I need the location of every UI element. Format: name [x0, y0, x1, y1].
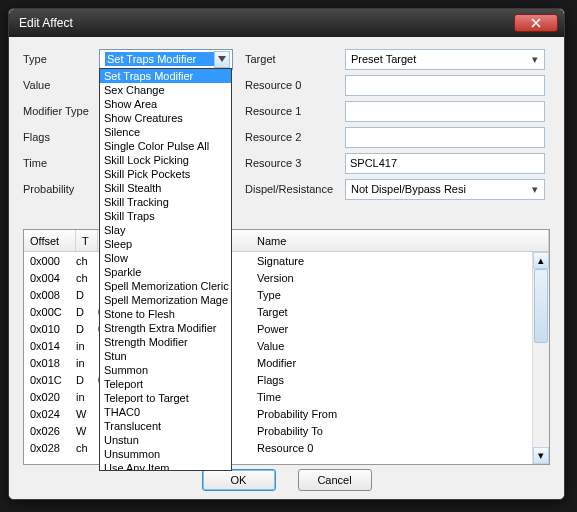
target-label: Target — [245, 53, 345, 65]
dropdown-item[interactable]: Translucent — [100, 419, 231, 433]
dropdown-item[interactable]: Single Color Pulse All — [100, 139, 231, 153]
col-offset[interactable]: Offset — [24, 230, 76, 251]
dropdown-item[interactable]: Stun — [100, 349, 231, 363]
col-name[interactable]: Name — [229, 230, 549, 251]
dispel-value: Not Dispel/Bypass Resi — [351, 183, 528, 195]
chevron-down-icon[interactable] — [214, 51, 230, 68]
value-label: Value — [23, 79, 99, 91]
dropdown-item[interactable]: Spell Memorization Cleric — [100, 279, 231, 293]
dropdown-item[interactable]: Skill Lock Picking — [100, 153, 231, 167]
modifier-type-label: Modifier Type — [23, 105, 99, 117]
right-form: Target Preset Target ▾ Resource 0 Resour… — [245, 47, 545, 203]
dropdown-item[interactable]: THAC0 — [100, 405, 231, 419]
titlebar[interactable]: Edit Affect — [9, 9, 564, 37]
dropdown-item[interactable]: Slow — [100, 251, 231, 265]
table-row[interactable]: Probability From — [229, 405, 549, 422]
resource0-label: Resource 0 — [245, 79, 345, 91]
time-label: Time — [23, 157, 99, 169]
table-row[interactable]: Power — [229, 320, 549, 337]
dispel-label: Dispel/Resistance — [245, 183, 345, 195]
chevron-down-icon[interactable]: ▾ — [528, 183, 542, 196]
dropdown-item[interactable]: Teleport — [100, 377, 231, 391]
button-bar: OK Cancel — [9, 469, 564, 491]
dropdown-item[interactable]: Skill Tracking — [100, 195, 231, 209]
col-type[interactable]: T — [76, 230, 98, 251]
vertical-scrollbar[interactable]: ▴ ▾ — [532, 252, 549, 464]
dropdown-item[interactable]: Strength Modifier — [100, 335, 231, 349]
dropdown-item[interactable]: Unstun — [100, 433, 231, 447]
resource3-input[interactable] — [345, 153, 545, 174]
dropdown-item[interactable]: Unsummon — [100, 447, 231, 461]
chevron-down-icon[interactable]: ▾ — [528, 53, 542, 66]
dropdown-item[interactable]: Sex Change — [100, 83, 231, 97]
resource0-input[interactable] — [345, 75, 545, 96]
dropdown-item[interactable]: Spell Memorization Mage — [100, 293, 231, 307]
close-button[interactable] — [514, 14, 558, 32]
dropdown-item[interactable]: Silence — [100, 125, 231, 139]
type-combo[interactable]: Set Traps Modifier — [99, 49, 233, 70]
resource1-input[interactable] — [345, 101, 545, 122]
window-title: Edit Affect — [19, 16, 514, 30]
type-selected: Set Traps Modifier — [105, 52, 214, 66]
scroll-down-button[interactable]: ▾ — [533, 447, 549, 464]
table-row[interactable]: Target — [229, 303, 549, 320]
dropdown-item[interactable]: Sparkle — [100, 265, 231, 279]
dropdown-item[interactable]: Skill Pick Pockets — [100, 167, 231, 181]
table-row[interactable]: Modifier — [229, 354, 549, 371]
dropdown-item[interactable]: Teleport to Target — [100, 391, 231, 405]
target-value: Preset Target — [351, 53, 528, 65]
dispel-combo[interactable]: Not Dispel/Bypass Resi ▾ — [345, 179, 545, 200]
target-combo[interactable]: Preset Target ▾ — [345, 49, 545, 70]
dialog-window: Edit Affect Type Set Traps Modifier Valu… — [8, 8, 565, 500]
dropdown-item[interactable]: Strength Extra Modifier — [100, 321, 231, 335]
dropdown-item[interactable]: Sleep — [100, 237, 231, 251]
ok-button[interactable]: OK — [202, 469, 276, 491]
probability-label: Probability — [23, 183, 99, 195]
resource2-input[interactable] — [345, 127, 545, 148]
scroll-thumb[interactable] — [534, 269, 548, 343]
type-dropdown-list[interactable]: Set Traps ModifierSex ChangeShow AreaSho… — [99, 68, 232, 471]
client-area: Type Set Traps Modifier Value Modifier T… — [9, 37, 564, 499]
grid-right-body[interactable]: SignatureVersionTypeTargetPowerValueModi… — [229, 252, 549, 464]
table-row[interactable]: Type — [229, 286, 549, 303]
table-row[interactable]: Flags — [229, 371, 549, 388]
table-row[interactable]: Signature — [229, 252, 549, 269]
dropdown-item[interactable]: Skill Stealth — [100, 181, 231, 195]
table-row[interactable]: Value — [229, 337, 549, 354]
dropdown-item[interactable]: Show Creatures — [100, 111, 231, 125]
table-row[interactable]: Resource 0 — [229, 439, 549, 456]
resource3-label: Resource 3 — [245, 157, 345, 169]
table-row[interactable]: Version — [229, 269, 549, 286]
scroll-up-button[interactable]: ▴ — [533, 252, 549, 269]
dropdown-item[interactable]: Use Any Item — [100, 461, 231, 471]
table-row[interactable]: Time — [229, 388, 549, 405]
type-label: Type — [23, 53, 99, 65]
cancel-button[interactable]: Cancel — [298, 469, 372, 491]
grid-right-pane: Name SignatureVersionTypeTargetPowerValu… — [229, 230, 549, 464]
resource1-label: Resource 1 — [245, 105, 345, 117]
resource2-label: Resource 2 — [245, 131, 345, 143]
dropdown-item[interactable]: Summon — [100, 363, 231, 377]
grid-right-header[interactable]: Name — [229, 230, 549, 252]
dropdown-item[interactable]: Skill Traps — [100, 209, 231, 223]
dropdown-item[interactable]: Show Area — [100, 97, 231, 111]
dropdown-item[interactable]: Stone to Flesh — [100, 307, 231, 321]
close-icon — [531, 18, 541, 28]
flags-label: Flags — [23, 131, 99, 143]
dropdown-item[interactable]: Slay — [100, 223, 231, 237]
dropdown-item[interactable]: Set Traps Modifier — [100, 69, 231, 83]
table-row[interactable]: Probability To — [229, 422, 549, 439]
